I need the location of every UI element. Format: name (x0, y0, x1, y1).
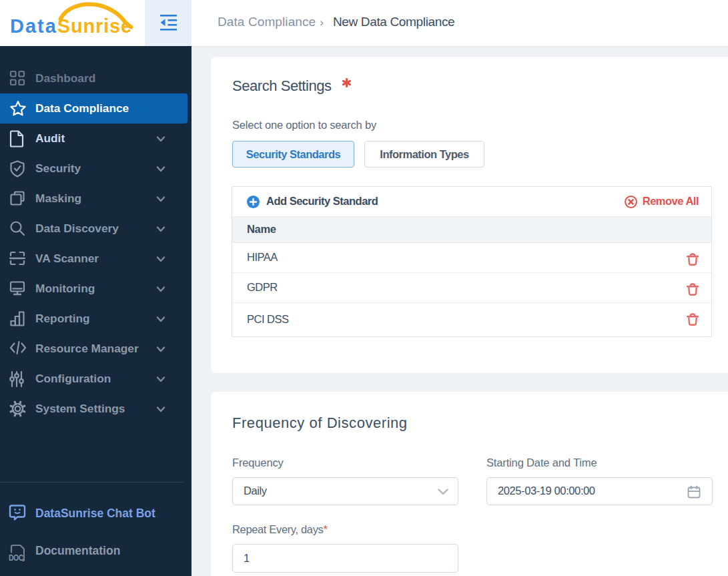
svg-text:DOC: DOC (9, 553, 24, 561)
svg-text:DataSunrise: DataSunrise (10, 15, 132, 37)
